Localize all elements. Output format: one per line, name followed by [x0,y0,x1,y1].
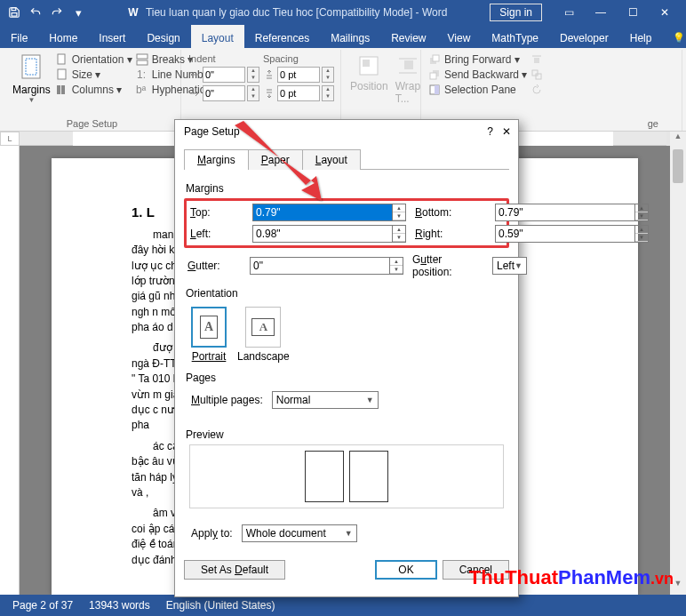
svg-rect-9 [61,85,65,94]
spacing-after-spinner[interactable]: ▲▼ [322,85,334,101]
spacing-before-spinner[interactable]: ▲▼ [322,67,334,83]
label-gutter-position: Gutter position: [412,253,483,278]
tab-layout[interactable]: Layout [191,25,244,48]
tab-design[interactable]: Design [136,25,190,48]
size-button[interactable]: Size ▾ [56,68,132,81]
indent-left-spinner[interactable]: ▲▼ [247,67,259,83]
set-as-default-button[interactable]: Set As Default [184,560,285,580]
chevron-down-icon: ▼ [366,396,374,404]
gutter-input[interactable] [250,257,390,275]
tab-view[interactable]: View [437,25,482,48]
vertical-ruler[interactable] [0,146,20,595]
gutter-spinner[interactable]: ▲▼ [390,257,403,275]
apply-to-select[interactable]: Whole document▼ [242,524,357,542]
ribbon-display-options-icon[interactable]: ▭ [556,6,581,19]
tab-mailings[interactable]: Mailings [320,25,380,48]
label-gutter: Gutter: [187,260,241,272]
selection-pane-button[interactable]: Selection Pane [428,84,527,96]
bottom-margin-spinner[interactable]: ▲▼ [635,204,649,221]
dialog-tab-layout[interactable]: Layout [302,149,361,170]
svg-rect-7 [58,69,66,79]
label-right: Right: [415,228,486,240]
orientation-button[interactable]: Orientation ▾ [56,53,132,66]
label-left: Left: [190,228,243,240]
dialog-close-icon[interactable]: ✕ [502,125,511,138]
orientation-portrait[interactable]: A Portrait [191,307,227,363]
svg-rect-24 [435,85,439,94]
undo-icon[interactable] [25,2,46,23]
ruler-corner[interactable]: L [0,132,20,146]
status-words[interactable]: 13943 words [89,599,150,612]
gutter-position-select[interactable]: Left▼ [492,257,527,275]
spacing-before-icon [263,68,275,81]
chevron-down-icon: ▼ [345,529,353,538]
right-margin-spinner[interactable]: ▲▼ [635,225,649,243]
ok-button[interactable]: OK [375,560,436,580]
orientation-landscape[interactable]: A Landscape [237,307,290,363]
spacing-before-input[interactable] [277,67,320,83]
highlight-annotation: Top: ▲▼ Bottom: ▲▼ Left: ▲▼ Right: ▲▼ [184,198,509,248]
top-margin-spinner[interactable]: ▲▼ [393,204,406,221]
scroll-up-icon[interactable]: ▲ [670,132,686,148]
svg-text:bª: bª [136,84,147,96]
tab-review[interactable]: Review [380,25,436,48]
dialog-tab-paper[interactable]: Paper [248,149,303,170]
tab-help[interactable]: Help [619,25,663,48]
tab-file[interactable]: File [0,25,38,48]
svg-rect-20 [433,55,439,61]
tab-developer[interactable]: Developer [549,25,619,48]
minimize-icon[interactable]: — [588,6,613,19]
size-icon [56,68,68,81]
position-icon [356,53,381,78]
bring-forward-button: Bring Forward ▾ [428,53,527,66]
top-margin-input[interactable] [252,204,393,221]
qat-customize-icon[interactable]: ▾ [68,2,89,23]
rotate-button [530,84,543,96]
indent-right-input[interactable] [203,85,245,101]
margins-button[interactable]: Margins ▼ [9,52,54,118]
vertical-scrollbar[interactable]: ▲ ▼ [670,132,686,595]
bring-forward-icon [428,53,441,66]
indent-right-spinner[interactable]: ▲▼ [247,85,259,101]
breaks-icon [136,53,148,66]
status-language[interactable]: English (United States) [166,599,275,612]
line-numbers-icon: 1: [136,68,148,81]
dialog-title: Page Setup [184,125,240,138]
multiple-pages-select[interactable]: Normal▼ [272,391,379,409]
left-margin-input[interactable] [252,225,393,243]
section-pages: Pages [186,372,509,384]
dialog-tab-margins[interactable]: Margins [184,149,249,170]
maximize-icon[interactable]: ☐ [620,6,645,19]
send-backward-icon [428,68,441,81]
spacing-after-icon [263,87,275,100]
rotate-icon [530,84,543,96]
svg-rect-1 [12,13,17,16]
columns-button[interactable]: Columns ▾ [56,84,132,96]
indent-left-input[interactable] [203,67,245,83]
tell-me-search[interactable]: Tell me [662,25,686,48]
tab-mathtype[interactable]: MathType [481,25,549,48]
tab-insert[interactable]: Insert [88,25,136,48]
status-page[interactable]: Page 2 of 37 [12,599,73,612]
columns-icon [56,84,68,96]
dialog-help-icon[interactable]: ? [487,125,493,138]
orientation-icon [56,53,68,66]
svg-rect-27 [532,70,538,76]
sign-in-button[interactable]: Sign in [490,4,542,21]
left-margin-spinner[interactable]: ▲▼ [393,225,406,243]
close-icon[interactable]: ✕ [652,6,677,19]
tab-home[interactable]: Home [38,25,88,48]
label-apply-to: Apply to: [191,527,233,540]
hyphenation-icon: bª [136,84,148,96]
section-orientation: Orientation [186,287,509,300]
tab-references[interactable]: References [244,25,320,48]
save-icon[interactable] [4,2,25,23]
redo-icon[interactable] [46,2,68,23]
align-icon [530,53,543,66]
group-button [530,68,543,81]
svg-rect-16 [404,60,413,69]
spacing-after-input[interactable] [277,85,320,101]
bottom-margin-input[interactable] [495,204,635,221]
scroll-thumb[interactable] [673,149,683,183]
right-margin-input[interactable] [495,225,635,243]
